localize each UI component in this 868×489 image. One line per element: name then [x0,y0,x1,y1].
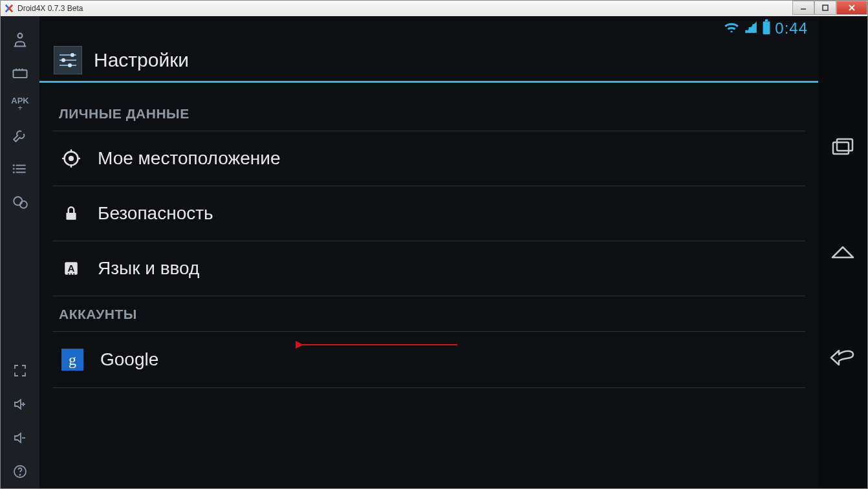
sidebar-home-icon[interactable] [1,23,39,56]
app-logo-icon [5,4,14,13]
svg-point-38 [73,274,74,275]
language-icon: A [61,259,81,278]
svg-point-37 [71,274,72,275]
sidebar-list-icon[interactable] [1,152,39,186]
emulator-sidebar: APK + [1,16,39,488]
settings-item-location[interactable]: Мое местоположение [52,131,805,186]
svg-point-24 [61,58,65,62]
window-title: Droid4X 0.7.3 Beta [17,4,83,13]
nav-home-button[interactable] [827,236,859,268]
status-bar: 0:44 [39,16,818,41]
battery-icon [762,19,771,38]
window-controls [792,1,867,15]
maximize-button[interactable] [814,1,836,15]
svg-rect-1 [823,5,828,10]
sidebar-apk-button[interactable]: APK + [1,90,39,118]
page-title: Настройки [94,49,189,71]
settings-app-icon [54,46,82,74]
sidebar-volume-down-icon[interactable] [1,421,39,455]
cell-signal-icon [744,20,758,37]
sidebar-chat-icon[interactable] [1,186,39,219]
svg-rect-33 [66,213,76,220]
nav-recent-button[interactable] [827,131,859,163]
svg-point-18 [19,474,20,475]
sidebar-tools-icon[interactable] [1,118,39,152]
close-button[interactable] [836,1,867,15]
settings-item-language[interactable]: A Язык и ввод [52,241,805,296]
svg-point-36 [68,274,69,275]
svg-text:A: A [68,263,75,274]
nav-back-button[interactable] [827,342,859,374]
google-icon: g [61,349,83,371]
svg-point-26 [68,63,72,67]
app-window: Droid4X 0.7.3 Beta APK + [0,0,868,489]
android-navbar [818,16,867,488]
svg-point-11 [14,172,14,173]
android-screen: 0:44 Настройки ЛИЧНЫЕ ДАННЫЕ Мое местопо… [39,16,818,488]
section-header-accounts: АККАУНТЫ [52,296,805,332]
svg-point-4 [18,34,23,38]
location-icon [61,149,81,168]
wifi-icon [723,20,740,37]
minimize-button[interactable] [792,1,814,15]
sidebar-keyboard-icon[interactable] [1,56,39,90]
settings-item-label: Язык и ввод [98,258,199,279]
sidebar-fullscreen-icon[interactable] [1,354,39,387]
svg-point-22 [71,53,74,57]
sidebar-help-icon[interactable] [1,455,39,488]
settings-item-label: Мое местоположение [98,148,280,169]
settings-item-label: Google [100,349,158,370]
svg-point-9 [14,165,14,166]
svg-point-12 [14,197,22,205]
svg-rect-40 [833,142,849,154]
titlebar[interactable]: Droid4X 0.7.3 Beta [1,1,867,16]
settings-item-label: Безопасность [98,203,213,224]
emulator-body: APK + [1,16,867,488]
section-header-personal: ЛИЧНЫЕ ДАННЫЕ [52,96,805,131]
svg-rect-5 [14,70,27,78]
svg-point-10 [14,168,14,169]
svg-rect-41 [837,139,852,151]
svg-rect-19 [763,21,770,34]
lock-icon [61,204,81,223]
svg-rect-20 [765,19,768,21]
settings-item-security[interactable]: Безопасность [52,186,805,241]
settings-header: Настройки [39,41,818,81]
settings-item-google[interactable]: g Google [52,332,805,388]
settings-content[interactable]: ЛИЧНЫЕ ДАННЫЕ Мое местоположение Безопас… [39,83,818,488]
svg-point-28 [69,156,74,161]
status-clock: 0:44 [775,19,808,38]
sidebar-volume-up-icon[interactable] [1,387,39,421]
